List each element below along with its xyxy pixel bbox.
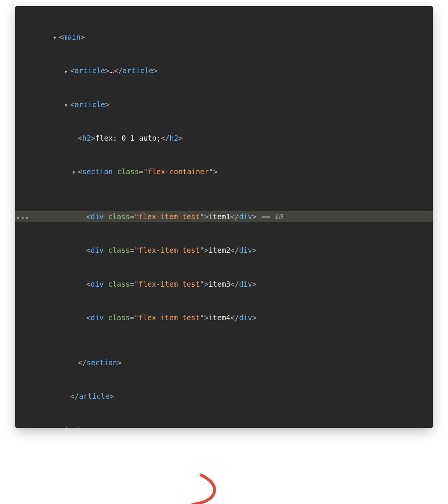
devtools-panel: ▼<main> ▶<article>…</article> ▼<article>… [15, 6, 433, 428]
selected-node[interactable]: •••<div class="flex-item test">item1</di… [15, 211, 433, 222]
expand-icon[interactable]: ▼ [65, 102, 70, 109]
more-icon[interactable]: ••• [16, 213, 30, 223]
expand-icon[interactable]: ▶ [65, 68, 70, 75]
elements-tree[interactable]: ▼<main> ▶<article>…</article> ▼<article>… [15, 6, 433, 428]
expand-icon[interactable]: ▼ [73, 169, 78, 176]
expand-icon[interactable]: ▼ [53, 35, 59, 41]
annotation-mark [172, 463, 256, 504]
